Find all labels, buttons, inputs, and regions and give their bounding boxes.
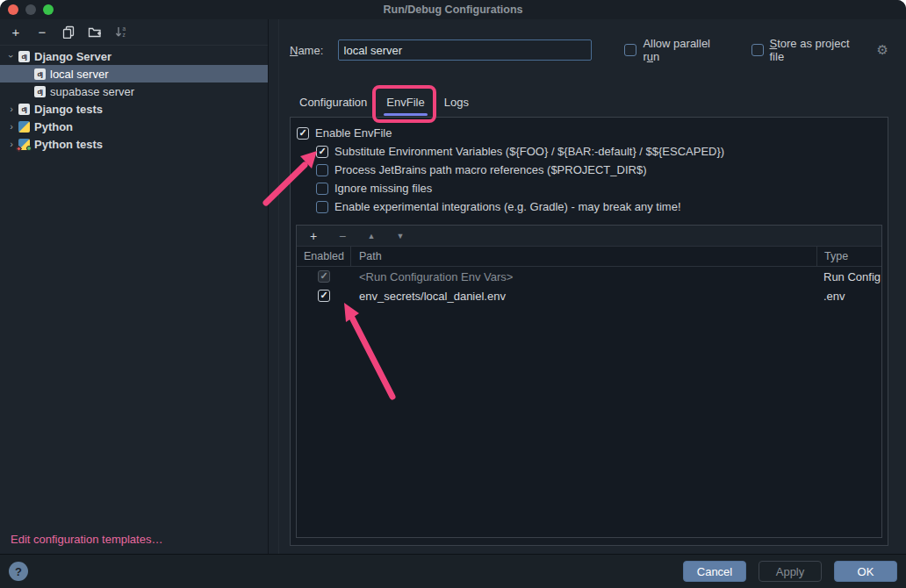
process-path-macro-option[interactable]: Process JetBrains path macro references …	[291, 161, 888, 179]
move-up-icon[interactable]: ▲	[364, 229, 378, 243]
store-as-project-file-checkbox[interactable]	[751, 44, 764, 56]
process-path-macro-label: Process JetBrains path macro references …	[334, 163, 646, 176]
traffic-lights	[8, 4, 54, 15]
zoom-window-button[interactable]	[43, 4, 54, 15]
tree-item-python[interactable]: › Python	[0, 118, 268, 135]
window-title: Run/Debug Configurations	[383, 4, 522, 16]
django-config-icon: dj	[34, 86, 46, 97]
sidebar-splitter[interactable]	[278, 19, 279, 554]
chevron-right-icon[interactable]: ›	[4, 121, 18, 132]
allow-parallel-run-label: Allow parallel run	[643, 37, 729, 63]
table-row[interactable]: env_secrets/local_daniel.env .env	[297, 286, 881, 305]
titlebar: Run/Debug Configurations	[0, 0, 906, 19]
tree-item-python-tests[interactable]: › Python tests	[0, 135, 268, 153]
ignore-missing-files-option[interactable]: Ignore missing files	[291, 179, 888, 197]
experimental-integrations-checkbox[interactable]	[316, 201, 328, 213]
enable-envfile-option[interactable]: Enable EnvFile	[291, 124, 888, 142]
run-debug-configurations-dialog: Run/Debug Configurations + − az › dj Dja…	[0, 0, 906, 588]
substitute-env-vars-option[interactable]: Substitute Environment Variables (${FOO}…	[291, 142, 888, 161]
process-path-macro-checkbox[interactable]	[316, 164, 328, 176]
row-type: Run Config	[816, 267, 881, 286]
tab-configuration[interactable]: Configuration	[290, 88, 377, 117]
tab-envfile[interactable]: EnvFile	[377, 88, 434, 117]
envfile-tab-panel: Enable EnvFile Substitute Environment Va…	[290, 117, 888, 546]
django-config-icon: dj	[34, 68, 46, 80]
name-input[interactable]	[338, 39, 593, 61]
cancel-button[interactable]: Cancel	[683, 561, 746, 582]
name-row: Name: Allow parallel run Store as projec…	[290, 39, 888, 61]
allow-parallel-run-option[interactable]: Allow parallel run	[624, 37, 729, 63]
ok-button[interactable]: OK	[834, 561, 897, 582]
remove-configuration-icon[interactable]: −	[35, 25, 49, 39]
python-config-icon	[18, 121, 30, 133]
row-path: env_secrets/local_daniel.env	[351, 286, 816, 305]
substitute-env-vars-label: Substitute Environment Variables (${FOO}…	[334, 145, 724, 158]
ignore-missing-files-label: Ignore missing files	[334, 182, 432, 195]
table-header-row: Enabled Path Type	[297, 247, 881, 267]
substitute-env-vars-checkbox[interactable]	[316, 146, 328, 158]
tree-item-label: supabase server	[50, 85, 134, 98]
tree-item-label: Django Server	[34, 50, 111, 63]
tree-item-django-server[interactable]: › dj Django Server	[0, 47, 268, 65]
enable-envfile-checkbox[interactable]	[297, 127, 309, 140]
configuration-editor: Name: Allow parallel run Store as projec…	[290, 19, 888, 546]
tree-item-label: Python	[34, 120, 73, 133]
store-as-project-file-option[interactable]: Store as project file ⚙	[751, 37, 889, 63]
config-tabs: Configuration EnvFile Logs	[290, 88, 478, 117]
env-files-table-toolbar: + − ▲ ▼	[297, 226, 881, 247]
allow-parallel-run-checkbox[interactable]	[624, 44, 636, 56]
tree-item-supabase-server[interactable]: dj supabase server	[0, 82, 268, 100]
tree-item-local-server[interactable]: dj local server	[0, 65, 268, 82]
sidebar-toolbar: + − az	[0, 19, 268, 46]
chevron-right-icon[interactable]: ›	[4, 104, 18, 114]
svg-text:z: z	[123, 32, 126, 38]
store-as-project-file-label: Store as project file	[770, 37, 866, 63]
table-row[interactable]: <Run Configuration Env Vars> Run Config	[297, 267, 881, 286]
help-button[interactable]: ?	[9, 562, 28, 581]
apply-button[interactable]: Apply	[759, 561, 822, 582]
row-enabled-checkbox[interactable]	[318, 290, 330, 302]
name-label: Name:	[290, 44, 338, 57]
row-enabled-checkbox	[318, 270, 330, 283]
tab-logs[interactable]: Logs	[435, 88, 478, 117]
row-type: .env	[816, 286, 881, 305]
minimize-window-button[interactable]	[25, 4, 36, 15]
dialog-footer: ? Cancel Apply OK	[0, 554, 906, 588]
tree-item-label: Python tests	[34, 138, 103, 151]
add-env-file-icon[interactable]: +	[306, 229, 320, 243]
django-config-icon: dj	[18, 51, 30, 62]
new-folder-icon[interactable]	[88, 25, 102, 39]
copy-configuration-icon[interactable]	[61, 25, 76, 39]
tree-item-django-tests[interactable]: › dj Django tests	[0, 100, 268, 118]
footer-buttons: Cancel Apply OK	[683, 561, 897, 582]
add-configuration-icon[interactable]: +	[9, 25, 23, 39]
ignore-missing-files-checkbox[interactable]	[316, 183, 328, 195]
enable-envfile-label: Enable EnvFile	[315, 126, 392, 140]
column-header-enabled[interactable]: Enabled	[297, 247, 351, 266]
tree-item-label: Django tests	[34, 103, 103, 116]
column-header-path[interactable]: Path	[351, 247, 816, 266]
python-tests-config-icon	[18, 139, 30, 150]
edit-configuration-templates-link[interactable]: Edit configuration templates…	[11, 533, 162, 546]
row-path: <Run Configuration Env Vars>	[351, 267, 816, 286]
sort-alphabetically-icon[interactable]: az	[114, 25, 128, 39]
column-header-type[interactable]: Type	[816, 247, 881, 266]
chevron-down-icon[interactable]: ›	[6, 49, 17, 63]
gear-icon[interactable]: ⚙	[877, 42, 888, 58]
experimental-integrations-option[interactable]: Enable experimental integrations (e.g. G…	[291, 197, 888, 216]
close-window-button[interactable]	[8, 4, 18, 15]
configurations-tree: › dj Django Server dj local server dj su…	[0, 46, 268, 153]
env-files-table: + − ▲ ▼ Enabled Path Type <Run Configura…	[296, 225, 882, 538]
svg-text:a: a	[123, 25, 126, 32]
tree-item-label: local server	[50, 68, 108, 81]
django-tests-config-icon: dj	[18, 104, 30, 115]
move-down-icon[interactable]: ▼	[393, 229, 407, 243]
remove-env-file-icon[interactable]: −	[335, 229, 349, 243]
configurations-sidebar: + − az › dj Django Server dj local serve…	[0, 19, 269, 554]
experimental-integrations-label: Enable experimental integrations (e.g. G…	[334, 200, 681, 213]
